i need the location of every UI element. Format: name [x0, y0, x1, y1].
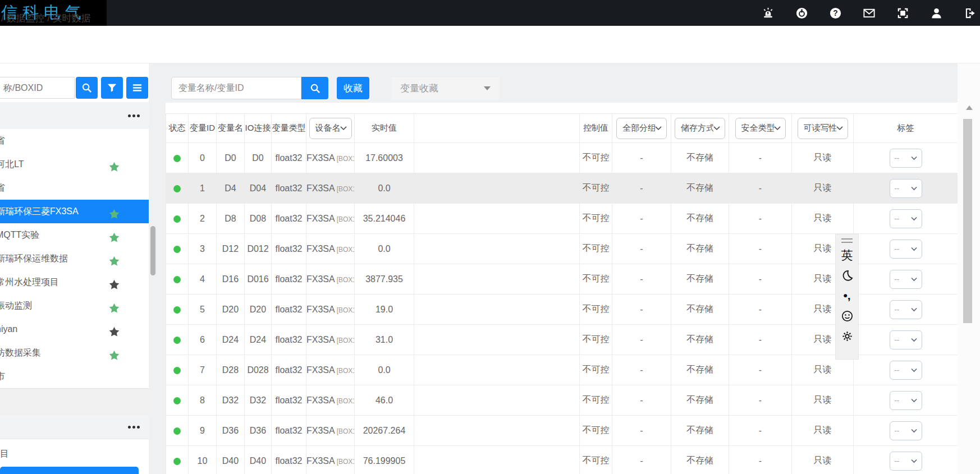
cell-type: float32	[272, 446, 306, 474]
tag-select[interactable]: --	[890, 452, 922, 471]
tree-item[interactable]: 坊数据采集	[0, 341, 149, 365]
status-dot-icon	[173, 458, 181, 465]
tree-item-partial[interactable]: 目	[0, 445, 149, 463]
column-filter-select[interactable]: 全部分组	[616, 118, 667, 139]
cell-id: 9	[189, 416, 217, 446]
cell-text: 不存储	[686, 395, 713, 404]
favorite-star-icon[interactable]	[108, 229, 120, 241]
project-filter-button[interactable]	[101, 77, 123, 99]
favorite-button[interactable]: 收藏	[337, 77, 369, 99]
column-header: 设备名称	[306, 114, 355, 143]
project-tree: 省河北LT省新瑞环保三菱FX3SAMQTT实验新瑞环保运维数据常州水处理项目振动…	[0, 129, 149, 388]
tree-item[interactable]: 新瑞环保运维数据	[0, 247, 149, 270]
favorite-star-icon[interactable]	[108, 252, 120, 264]
cell-io: D24	[245, 325, 272, 355]
cell-value: 76.199905	[355, 446, 414, 474]
cell-text: 不可控	[583, 365, 610, 374]
tree-item[interactable]: 省	[0, 129, 149, 153]
ime-moon-icon[interactable]	[836, 265, 858, 286]
tree-item[interactable]: 新瑞环保三菱FX3SA	[0, 200, 149, 223]
column-filter-select[interactable]: 储存方式	[675, 118, 725, 139]
project-search-button[interactable]	[76, 77, 98, 99]
cell-text: 只读	[814, 455, 832, 465]
device-name: FX3SA	[306, 274, 335, 284]
table-row[interactable]: 9D36D36float32FX3SA[BOX1]20267.264不可控-不存…	[166, 416, 958, 446]
scrollbar-thumb[interactable]	[963, 119, 972, 323]
cell-value: 17.60003	[355, 143, 414, 173]
cell-group: -	[612, 234, 671, 264]
cell-security: -	[729, 234, 792, 264]
tag-select[interactable]: --	[890, 361, 922, 380]
favorite-star-icon[interactable]	[108, 347, 120, 358]
favorite-star-icon[interactable]	[108, 300, 120, 311]
tree-item[interactable]: 河北LT	[0, 153, 149, 176]
favorite-star-icon[interactable]	[108, 158, 120, 170]
column-filter-select[interactable]: 安全类型	[735, 118, 786, 139]
cell-text: D36	[250, 426, 266, 435]
column-header-label: 状态	[169, 123, 186, 132]
cell-status	[166, 234, 189, 264]
cell-type: float32	[272, 264, 306, 294]
cell-status	[166, 143, 189, 173]
tag-select[interactable]: --	[890, 421, 922, 440]
favorite-star-icon[interactable]	[108, 323, 120, 335]
tag-select[interactable]: --	[890, 330, 922, 349]
favorite-select[interactable]: 变量收藏	[391, 77, 500, 99]
tree-item[interactable]: 省	[0, 176, 149, 200]
sidebar-scrollbar-thumb[interactable]	[150, 226, 155, 275]
device-name: FX3SA	[306, 335, 335, 344]
tree-item[interactable]: 市	[0, 365, 149, 388]
chevron-down-icon	[911, 429, 917, 433]
cell-text: -	[640, 365, 643, 375]
column-header-label: 变量ID	[190, 123, 215, 132]
logout-icon[interactable]	[964, 7, 977, 20]
tree-item[interactable]: hiyan	[0, 317, 149, 341]
more-options-icon[interactable]	[126, 114, 140, 117]
table-row[interactable]: 2D8D08float32FX3SA[BOX1]35.214046不可控-不存储…	[166, 204, 958, 234]
tree-item[interactable]: MQTT实验	[0, 223, 149, 247]
favorite-star-icon[interactable]	[108, 276, 120, 288]
create-project-button[interactable]: 创建项目	[0, 467, 139, 474]
tag-select[interactable]: --	[890, 179, 922, 198]
scrollbar-up-arrow-icon[interactable]	[966, 105, 973, 110]
tag-select[interactable]: --	[890, 240, 922, 259]
cell-type: float32	[272, 204, 306, 234]
column-filter-select[interactable]: 设备名称	[309, 118, 352, 139]
tree-item[interactable]: 振动监测	[0, 294, 149, 317]
cell-text: D4	[225, 183, 236, 193]
tag-select[interactable]: --	[890, 149, 922, 168]
column-filter-select[interactable]: 可读写性	[798, 118, 848, 139]
column-header: 安全类型	[729, 114, 792, 143]
table-row[interactable]: 0D0D0float32FX3SA[BOX1]17.60003不可控-不存储-只…	[166, 143, 958, 173]
cell-security: -	[729, 446, 792, 474]
table-header-row: 状态变量ID变量名IO连接变量类型设备名称实时值控制值全部分组储存方式安全类型可…	[166, 114, 958, 143]
project-list-button[interactable]	[126, 77, 148, 99]
cell-text: 不存储	[686, 213, 713, 223]
ime-drag-handle-icon[interactable]	[841, 238, 853, 243]
more-options-icon[interactable]	[126, 426, 140, 429]
cell-text: float32	[275, 153, 302, 163]
variable-search-input[interactable]	[171, 77, 301, 99]
project-search-input[interactable]	[0, 77, 75, 99]
tag-select[interactable]: --	[890, 209, 922, 228]
ime-punct-icon[interactable]: •,	[836, 286, 858, 306]
cell-empty	[414, 355, 580, 385]
ime-smiley-icon[interactable]	[836, 306, 858, 326]
favorite-star-icon[interactable]	[108, 205, 120, 217]
tag-select[interactable]: --	[890, 270, 922, 289]
cell-text: 不存储	[686, 455, 713, 465]
tag-select[interactable]: --	[890, 300, 922, 319]
cell-text: 不存储	[686, 365, 713, 374]
table-row[interactable]: 8D32D32float32FX3SA[BOX1]46.0不可控-不存储-只读-…	[166, 385, 958, 416]
table-row[interactable]: 10D40D40float32FX3SA[BOX1]76.199905不可控-不…	[166, 446, 958, 474]
table-row[interactable]: 1D4D04float32FX3SA[BOX1]0.0不可控-不存储-只读--	[166, 173, 958, 204]
cell-text: 不可控	[583, 425, 610, 435]
ime-gear-icon[interactable]	[836, 326, 858, 346]
ime-lang-icon[interactable]: 英	[836, 245, 858, 265]
breadcrumb[interactable]: / 数据监控 / 实时数据	[1, 12, 91, 25]
cell-security: -	[729, 294, 792, 325]
tree-item[interactable]: 常州水处理项目	[0, 270, 149, 294]
cell-text: 10	[198, 456, 208, 466]
tag-select[interactable]: --	[890, 391, 922, 410]
variable-search-button[interactable]	[301, 77, 328, 99]
